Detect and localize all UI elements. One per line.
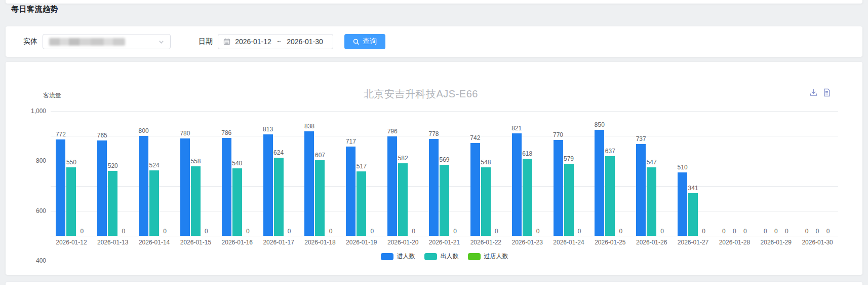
value-label: 341 <box>681 185 706 192</box>
value-label: 0 <box>152 228 178 235</box>
bar-出人数[interactable] <box>440 165 449 236</box>
bar-出人数[interactable] <box>564 164 574 236</box>
date-label: 日期 <box>199 37 213 46</box>
value-label: 550 <box>59 159 84 166</box>
value-label: 569 <box>432 156 457 163</box>
value-label: 0 <box>235 228 260 235</box>
legend-item-过店人数[interactable]: 过店人数 <box>468 252 508 261</box>
value-label: 0 <box>69 228 95 235</box>
value-label: 624 <box>266 149 291 156</box>
bar-出人数[interactable] <box>398 163 408 236</box>
value-label: 0 <box>484 228 509 235</box>
bar-出人数[interactable] <box>108 171 117 236</box>
bar-进人数[interactable] <box>678 172 687 236</box>
value-label: 742 <box>462 134 488 141</box>
bar-进人数[interactable] <box>346 147 356 236</box>
date-range-input[interactable]: 2026-01-12 ~ 2026-01-30 <box>218 34 333 49</box>
date-end-value[interactable]: 2026-01-30 <box>282 38 328 46</box>
y-tick-label: 400 <box>36 257 46 264</box>
value-label: 813 <box>255 126 281 133</box>
bar-出人数[interactable] <box>523 159 532 236</box>
bar-进人数[interactable] <box>180 138 190 236</box>
legend-swatch <box>468 253 481 260</box>
value-label: 548 <box>473 159 498 166</box>
chart-plot-area: 1,000800600400200077255002026-01-1276552… <box>51 111 838 236</box>
value-label: 0 <box>401 228 426 235</box>
value-label: 772 <box>48 131 73 138</box>
value-label: 0 <box>567 228 592 235</box>
filter-row: 实体 日期 2026-01-12 ~ 2026-01-30 <box>6 26 862 57</box>
x-tick-label: 2026-01-28 <box>712 239 757 246</box>
x-tick-label: 2026-01-21 <box>422 239 467 246</box>
bar-进人数[interactable] <box>139 136 148 236</box>
value-label: 524 <box>142 162 167 169</box>
value-label: 778 <box>421 130 447 137</box>
value-label: 607 <box>307 152 333 159</box>
legend-label: 进人数 <box>397 252 415 261</box>
bar-进人数[interactable] <box>595 130 604 236</box>
value-label: 796 <box>380 128 405 135</box>
value-label: 517 <box>349 163 374 170</box>
legend-item-出人数[interactable]: 出人数 <box>424 252 459 261</box>
value-label: 770 <box>545 131 571 138</box>
bar-进人数[interactable] <box>222 138 231 236</box>
legend-item-进人数[interactable]: 进人数 <box>381 252 415 261</box>
chart-panel: 北京安吉升科技AJS-E66 客流量 1,0008006004002000772… <box>6 62 862 275</box>
date-start-value[interactable]: 2026-01-12 <box>230 38 276 46</box>
gridline: 1,000 <box>51 111 838 112</box>
x-tick-label: 2026-01-17 <box>256 239 301 246</box>
x-tick-label: 2026-01-16 <box>214 239 260 246</box>
value-label: 0 <box>608 228 634 235</box>
bar-出人数[interactable] <box>357 171 366 236</box>
query-button[interactable]: 查询 <box>344 34 385 49</box>
bar-出人数[interactable] <box>274 158 284 236</box>
value-label: 821 <box>504 125 529 132</box>
bar-出人数[interactable] <box>605 156 615 236</box>
bar-出人数[interactable] <box>232 168 242 236</box>
legend-label: 过店人数 <box>484 252 508 261</box>
y-tick-label: 1,000 <box>31 108 46 115</box>
bar-进人数[interactable] <box>304 131 314 236</box>
value-label: 786 <box>214 129 239 136</box>
bar-出人数[interactable] <box>149 170 159 236</box>
bar-出人数[interactable] <box>481 167 491 236</box>
x-tick-label: 2026-01-22 <box>463 239 508 246</box>
legend-swatch <box>424 253 437 260</box>
bar-进人数[interactable] <box>56 139 65 236</box>
value-label: 0 <box>193 228 219 235</box>
chart-legend: 进人数出人数过店人数 <box>51 252 838 261</box>
value-label: 558 <box>183 158 208 165</box>
bar-出人数[interactable] <box>191 166 201 236</box>
bar-出人数[interactable] <box>647 167 656 236</box>
chart-title: 北京安吉升科技AJS-E66 <box>6 87 836 101</box>
y-tick-label: 600 <box>36 207 46 215</box>
bar-进人数[interactable] <box>387 136 397 236</box>
y-axis-name: 客流量 <box>40 91 64 100</box>
gridline: 0 <box>51 236 838 236</box>
bar-进人数[interactable] <box>470 143 480 236</box>
x-tick-label: 2026-01-12 <box>49 239 94 246</box>
bar-进人数[interactable] <box>97 140 107 236</box>
bar-进人数[interactable] <box>429 139 439 236</box>
date-range-separator: ~ <box>276 38 282 46</box>
bar-出人数[interactable] <box>315 160 325 236</box>
bar-进人数[interactable] <box>554 140 563 236</box>
value-label: 0 <box>525 228 550 235</box>
bar-进人数[interactable] <box>636 144 646 236</box>
value-label: 850 <box>587 121 612 128</box>
value-label: 780 <box>172 130 198 137</box>
bar-出人数[interactable] <box>66 167 76 236</box>
entity-select[interactable] <box>43 34 171 49</box>
x-tick-label: 2026-01-23 <box>504 239 550 246</box>
x-tick-label: 2026-01-19 <box>339 239 384 246</box>
value-label: 520 <box>100 162 126 169</box>
bar-进人数[interactable] <box>512 133 522 236</box>
chevron-down-icon <box>159 39 164 45</box>
calendar-icon <box>223 38 230 45</box>
x-tick-label: 2026-01-20 <box>380 239 426 246</box>
x-tick-label: 2026-01-14 <box>132 239 177 246</box>
value-label: 0 <box>360 228 385 235</box>
value-label: 582 <box>390 155 416 162</box>
x-tick-label: 2026-01-24 <box>546 239 591 246</box>
x-tick-label: 2026-01-26 <box>629 239 675 246</box>
